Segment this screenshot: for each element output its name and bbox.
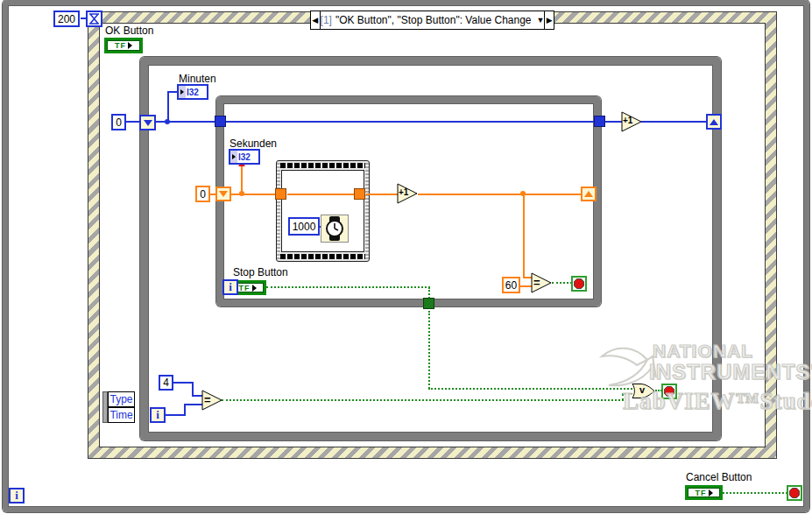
loop-condition-terminal-outer[interactable] [787, 485, 802, 501]
shift-register-left-seconds[interactable] [215, 187, 231, 201]
next-case-arrow-icon[interactable]: ▶ [544, 11, 554, 29]
loop-condition-terminal-middle[interactable] [661, 384, 677, 399]
sequence-tunnel-out[interactable] [354, 188, 365, 200]
terminal-arrow-icon [232, 154, 236, 159]
tunnel-stop-button[interactable] [423, 298, 434, 309]
tunnel-in-minutes[interactable] [215, 116, 226, 127]
ok-button-value: TF [115, 41, 126, 50]
property-node[interactable]: Type Time [102, 391, 135, 423]
wire-junction [165, 119, 170, 124]
wait-ms-constant[interactable]: 1000 [288, 217, 320, 236]
iteration-terminal-middle-loop[interactable]: i [150, 407, 166, 423]
case-dropdown-icon[interactable]: ▼ [537, 16, 545, 25]
seconds-zero-constant[interactable]: 0 [195, 186, 210, 202]
stop-button-wire[interactable] [428, 388, 632, 390]
shift-register-up-icon [710, 119, 718, 125]
minuten-type: I32 [187, 88, 199, 97]
ok-button-label: OK Button [105, 25, 153, 37]
event-timeout-terminal[interactable] [86, 11, 102, 27]
minutes-zero-constant[interactable]: 0 [111, 114, 126, 130]
shift-register-right-minutes[interactable] [706, 114, 722, 130]
or-function[interactable]: v [632, 383, 655, 399]
stop-sign-icon [574, 278, 584, 289]
four-wire[interactable] [173, 382, 194, 384]
stop-button-wire[interactable] [266, 286, 430, 288]
or-glyph: v [639, 384, 645, 395]
filmstrip-right-border [365, 163, 369, 259]
compare-result-wire[interactable] [552, 282, 572, 284]
increment-function-seconds[interactable]: +1 [397, 183, 418, 204]
shift-register-left-minutes[interactable] [139, 115, 156, 130]
wire-junction [239, 191, 244, 196]
shift-register-up-icon [584, 191, 593, 197]
property-node-row-type[interactable]: Type [108, 391, 135, 407]
shift-register-down-icon [144, 120, 152, 126]
cancel-button-terminal[interactable]: TF [685, 485, 723, 500]
event-case-title[interactable]: [1] "OK Button", "Stop Button": Value Ch… [321, 11, 545, 29]
event-case-name: "OK Button", "Stop Button": Value Change [335, 14, 532, 26]
equal-function-iterations[interactable]: = [201, 390, 222, 411]
stop-button-value: TF [239, 284, 251, 292]
flat-sequence-structure [276, 160, 370, 262]
minutes-out-wire[interactable] [641, 121, 708, 123]
iteration-wire[interactable] [166, 414, 186, 416]
terminal-arrow-icon [252, 285, 257, 292]
cancel-button-wire[interactable] [723, 492, 787, 494]
iteration-wire[interactable] [184, 405, 186, 416]
iteration-terminal-inner-loop[interactable]: i [222, 279, 238, 295]
sequence-tunnel-in[interactable] [275, 188, 286, 200]
tunnel-out-minutes[interactable] [594, 116, 605, 127]
filmstrip-top-border [279, 163, 367, 168]
sekunden-terminal[interactable]: I32 [229, 149, 260, 165]
ok-button-terminal[interactable]: TF [104, 38, 143, 53]
wait-ms-function[interactable] [321, 215, 349, 243]
four-constant[interactable]: 4 [159, 375, 173, 391]
terminal-arrow-icon [180, 89, 184, 95]
sekunden-type: I32 [238, 152, 251, 162]
equal-glyph: = [533, 276, 540, 289]
loop-condition-terminal-inner[interactable] [571, 276, 587, 292]
filmstrip-left-border [277, 163, 280, 259]
previous-case-arrow-icon[interactable]: ◀ [311, 11, 321, 29]
wristwatch-icon [323, 216, 346, 241]
timeout-constant[interactable]: 200 [53, 11, 80, 27]
seconds-wire[interactable] [287, 194, 356, 195]
minutes-init-wire[interactable] [126, 121, 140, 123]
iteration-wire[interactable] [184, 404, 203, 405]
filmstrip-bottom-border [279, 254, 367, 259]
equal-function-seconds[interactable]: = [531, 272, 552, 293]
hourglass-icon [88, 12, 101, 25]
minuten-label: Minuten [179, 73, 216, 85]
stop-sign-icon [789, 488, 800, 498]
labview-block-diagram: ◀ [1] "OK Button", "Stop Button": Value … [0, 0, 812, 514]
property-node-row-time[interactable]: Time [108, 407, 135, 423]
increment-glyph: +1 [399, 187, 408, 197]
shift-register-right-seconds[interactable] [581, 187, 597, 201]
terminal-arrow-icon [709, 489, 713, 496]
increment-function-minutes[interactable]: +1 [621, 111, 642, 132]
equal-glyph: = [204, 393, 211, 406]
terminal-arrow-icon [128, 42, 132, 49]
minuten-branch-wire[interactable] [167, 91, 169, 123]
cancel-button-label: Cancel Button [686, 471, 752, 483]
seconds-wire[interactable] [366, 194, 399, 195]
event-case-index: [1] [321, 14, 332, 26]
cancel-button-value: TF [695, 489, 707, 497]
event-selector-label[interactable]: ◀ [1] "OK Button", "Stop Button": Value … [310, 11, 554, 30]
stop-button-label: Stop Button [233, 266, 288, 278]
minuten-terminal[interactable]: I32 [177, 84, 208, 100]
seconds-compare-wire[interactable] [523, 194, 525, 278]
equal-result-wire[interactable] [622, 394, 624, 400]
stop-sign-icon [664, 386, 674, 397]
seconds-wire[interactable] [418, 194, 583, 195]
stop-button-wire[interactable] [428, 311, 430, 389]
increment-glyph: +1 [623, 116, 632, 125]
indicator-strip [230, 151, 237, 163]
shift-register-down-icon [219, 191, 228, 197]
iteration-terminal-outer-loop[interactable]: i [9, 488, 25, 503]
indicator-strip [179, 86, 186, 98]
sekunden-label: Sekunden [229, 137, 277, 150]
equal-result-wire[interactable] [222, 399, 624, 401]
seconds-wire[interactable] [229, 194, 276, 195]
sixty-constant[interactable]: 60 [502, 277, 520, 293]
